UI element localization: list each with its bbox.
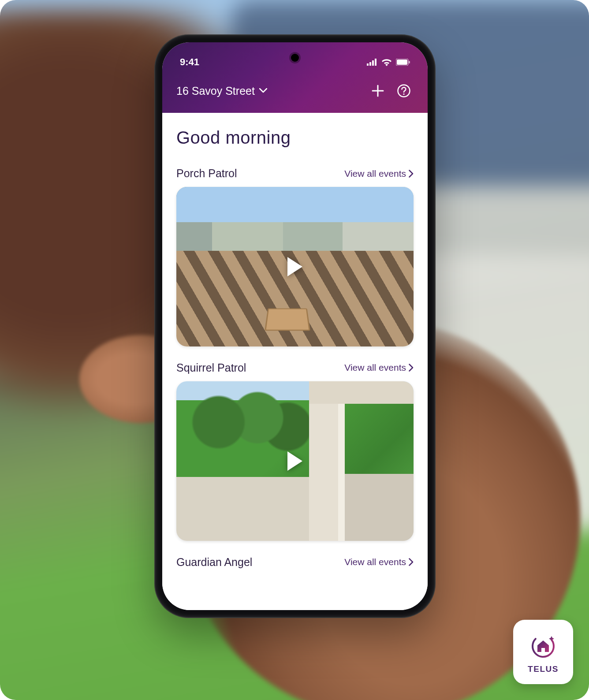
camera-title: Squirrel Patrol [176,361,246,374]
play-icon [287,257,302,276]
location-selector[interactable]: 16 Savoy Street [176,85,267,97]
phone-frame: 9:41 16 Savoy Street [155,35,435,617]
camera-section: Guardian Angel View all events [176,556,414,569]
chevron-right-icon [409,364,414,372]
nav-bar: 16 Savoy Street [176,84,414,98]
telus-home-icon [528,630,559,661]
app-header: 9:41 16 Savoy Street [162,42,428,113]
status-time: 9:41 [180,56,199,68]
phone-camera-hole [291,54,299,62]
view-all-events-link[interactable]: View all events [344,557,414,567]
svg-rect-6 [409,61,410,63]
greeting-heading: Good morning [176,128,414,148]
camera-title: Guardian Angel [176,556,252,569]
play-icon [287,451,302,471]
svg-point-8 [403,93,404,95]
view-all-events-link[interactable]: View all events [344,168,414,179]
svg-rect-5 [397,60,407,65]
chevron-down-icon [259,88,267,93]
chevron-right-icon [409,558,414,566]
camera-title: Porch Patrol [176,167,237,180]
svg-rect-3 [375,59,377,66]
camera-section: Squirrel Patrol View all events [176,361,414,541]
cellular-signal-icon [367,59,377,66]
phone-screen: 9:41 16 Savoy Street [162,42,428,610]
add-button[interactable] [371,84,384,97]
svg-rect-0 [367,63,369,66]
view-all-label: View all events [344,168,406,179]
camera-section: Porch Patrol View all events [176,167,414,346]
view-all-label: View all events [344,362,406,373]
telus-brand-label: TELUS [528,664,559,674]
location-label: 16 Savoy Street [176,85,255,97]
camera-thumbnail[interactable] [176,381,414,541]
chevron-right-icon [409,170,414,178]
wifi-icon [381,58,392,66]
battery-icon [396,59,410,66]
help-button[interactable] [397,84,411,98]
svg-point-7 [398,85,410,97]
camera-thumbnail[interactable] [176,187,414,346]
content-area: Good morning Porch Patrol View all event… [162,113,428,610]
svg-rect-1 [369,62,371,66]
telus-logo-card: TELUS [513,620,573,684]
view-all-label: View all events [344,557,406,567]
view-all-events-link[interactable]: View all events [344,362,414,373]
svg-rect-2 [372,60,374,66]
